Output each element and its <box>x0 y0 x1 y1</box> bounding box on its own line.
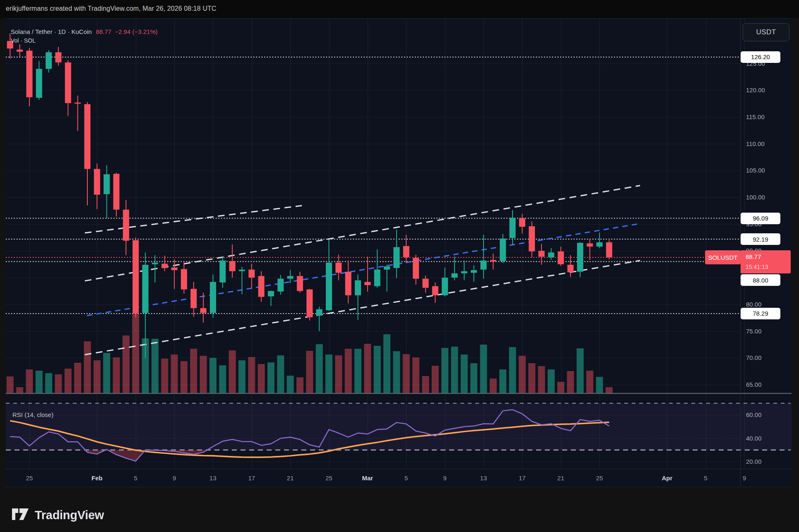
time-axis-label[interactable]: 17 <box>248 474 255 482</box>
alert-price-tag: 88.00 <box>741 274 780 286</box>
rsi-axis-label: 20.00 <box>746 458 762 465</box>
rsi-axis-label: 60.00 <box>746 411 762 418</box>
time-axis-label[interactable]: Feb <box>91 474 103 482</box>
price-axis-label: 100.00 <box>746 194 765 201</box>
time-axis-label[interactable]: 25 <box>325 474 332 482</box>
price-axis-label: 65.00 <box>746 381 762 388</box>
time-axis-label[interactable]: 25 <box>596 474 603 482</box>
time-axis-label[interactable]: 21 <box>287 474 294 482</box>
tradingview-footer[interactable]: TradingView <box>12 506 104 524</box>
alert-price-tag: 78.29 <box>741 308 780 319</box>
tradingview-published-chart: erikjuffermans created with TradingView.… <box>0 0 799 532</box>
time-axis-label[interactable]: 5 <box>404 474 408 482</box>
time-axis-label[interactable]: 13 <box>209 474 217 482</box>
price-axis-label: 105.00 <box>746 167 765 174</box>
attribution-text: erikjuffermans created with TradingView.… <box>6 5 217 12</box>
tradingview-logo-text: TradingView <box>35 508 104 522</box>
time-axis-label[interactable]: 17 <box>519 474 526 482</box>
price-axis-label: 70.00 <box>746 354 762 361</box>
volume-legend[interactable]: Vol · SOL <box>11 37 36 44</box>
chart-surface[interactable] <box>0 0 799 532</box>
time-axis-label[interactable]: 9 <box>743 474 746 482</box>
time-axis-label[interactable]: 25 <box>26 474 33 482</box>
alert-price-tag: 92.19 <box>741 233 780 245</box>
symbol-header[interactable]: Solana / Tether · 1D · KuCoin88.77 −2.94… <box>11 28 158 35</box>
price-axis-label: 110.00 <box>746 140 765 147</box>
time-axis-label[interactable]: 21 <box>557 474 564 482</box>
time-axis-label[interactable]: 9 <box>173 474 176 482</box>
price-axis-label: 115.00 <box>746 113 765 120</box>
current-price-symbol-tag: SOLUSDT <box>705 250 741 264</box>
alert-price-tag: 126.20 <box>741 51 780 63</box>
rsi-indicator-label[interactable]: RSI (14, close) <box>12 411 53 418</box>
attribution-bar: erikjuffermans created with TradingView.… <box>0 0 799 18</box>
current-price-axis-tag: 88.77 15:41:13 <box>741 250 791 273</box>
bar-close-countdown: 15:41:13 <box>746 262 791 272</box>
time-axis-label[interactable]: 5 <box>134 474 137 482</box>
price-axis-label: 75.00 <box>746 328 762 335</box>
tradingview-logo-icon <box>12 506 29 524</box>
current-price-value: 88.77 <box>746 252 791 262</box>
alert-price-tag: 96.09 <box>741 213 780 224</box>
price-axis-label: 120.00 <box>746 86 765 93</box>
rsi-axis-label: 40.00 <box>746 435 762 442</box>
time-axis-label[interactable]: 5 <box>704 474 708 482</box>
time-axis-label[interactable]: Apr <box>662 474 672 482</box>
currency-toggle-button[interactable]: USDT <box>743 23 789 41</box>
time-axis-label[interactable]: 9 <box>443 474 446 482</box>
time-axis-label[interactable]: 13 <box>480 474 487 482</box>
last-price-change: 88.77 −2.94 (−3.21%) <box>96 28 158 35</box>
price-axis-label: 80.00 <box>746 301 762 308</box>
time-axis-label[interactable]: Mar <box>362 474 373 482</box>
symbol-title: Solana / Tether · 1D · KuCoin <box>11 28 92 35</box>
